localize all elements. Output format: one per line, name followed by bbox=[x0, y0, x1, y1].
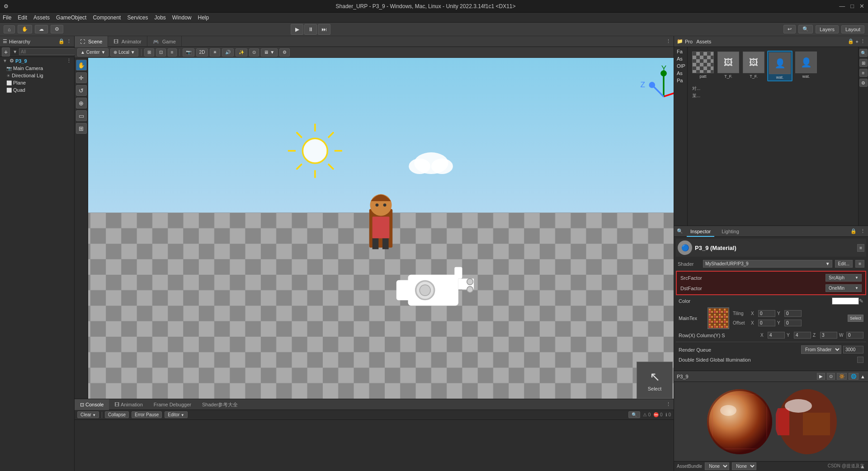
shader-extra-button[interactable]: ≡ bbox=[855, 260, 864, 268]
folder-fa[interactable]: Fa bbox=[675, 48, 686, 55]
hierarchy-item-maincamera[interactable]: 📷 Main Camera bbox=[0, 65, 74, 72]
console-menu[interactable]: ⋮ bbox=[663, 401, 674, 407]
folder-oip[interactable]: OIP bbox=[675, 62, 686, 70]
maximize-button[interactable]: □ bbox=[850, 3, 854, 9]
layers-button[interactable]: Layers bbox=[816, 25, 839, 33]
step-button[interactable]: ⏭ bbox=[318, 24, 330, 35]
view-menu[interactable]: ⋮ bbox=[663, 38, 674, 44]
shader-dropdown[interactable]: MyShader/URP/P3_9 ▼ bbox=[703, 260, 832, 268]
color-picker-button[interactable]: ✎ bbox=[859, 298, 863, 304]
tab-inspector[interactable]: Inspector bbox=[687, 226, 714, 237]
edit-shader-button[interactable]: Edit... bbox=[835, 260, 853, 268]
editor-button[interactable]: Editor bbox=[165, 411, 187, 418]
gizmos-button[interactable]: ⊙ bbox=[249, 48, 259, 57]
menu-assets[interactable]: Assets bbox=[33, 14, 50, 21]
rotate-tool-button[interactable]: ↺ bbox=[76, 85, 87, 96]
dst-factor-dropdown[interactable]: OneMin bbox=[826, 284, 862, 292]
hierarchy-item-root[interactable]: ▼ ⚙ P3_9 ⋮ bbox=[0, 57, 74, 65]
preview-sphere-button[interactable]: 🌐 bbox=[849, 373, 859, 380]
combined-tool-button[interactable]: ⊞ bbox=[76, 123, 87, 134]
grid-strip-icon[interactable]: ⊞ bbox=[859, 59, 868, 67]
asset-item-wat1[interactable]: 👤 wat. bbox=[767, 51, 793, 81]
asset-item-wat2[interactable]: 👤 wat. bbox=[794, 51, 818, 81]
collapse-button[interactable]: Collapse bbox=[105, 411, 129, 418]
tab-frame-debugger[interactable]: Frame Debugger bbox=[148, 399, 197, 410]
pause-button[interactable]: ⏸ bbox=[304, 24, 317, 35]
hierarchy-lock[interactable]: 🔒 bbox=[58, 38, 65, 44]
snap-button[interactable]: ⊡ bbox=[156, 48, 166, 57]
folder-对[interactable]: 对... bbox=[691, 85, 854, 92]
asset-item-tf2[interactable]: 🖼 T_F. bbox=[742, 51, 765, 81]
menu-component[interactable]: Component bbox=[93, 14, 121, 21]
search-strip-icon[interactable]: 🔍 bbox=[859, 49, 868, 57]
assetbundle-dropdown1[interactable]: None bbox=[705, 462, 729, 470]
audio-button[interactable]: 🔊 bbox=[222, 48, 234, 57]
home-button[interactable]: ⌂ bbox=[4, 25, 15, 33]
folder-assets[interactable]: As bbox=[675, 55, 686, 62]
settings-strip-icon[interactable]: ⚙ bbox=[859, 79, 868, 87]
tiling-x-field[interactable] bbox=[758, 310, 775, 317]
folder-as2[interactable]: As bbox=[675, 70, 686, 77]
tab-scene[interactable]: ⛶ Scene bbox=[75, 36, 108, 47]
asset-item-tf1[interactable]: 🖼 T_F. bbox=[717, 51, 740, 81]
src-factor-dropdown[interactable]: SrcAlph bbox=[826, 274, 862, 282]
tab-console[interactable]: ⊡ Console bbox=[75, 399, 109, 410]
scene-view[interactable]: X Y Z Persp ↖ Select bbox=[88, 58, 674, 399]
hierarchy-menu[interactable]: ⋮ bbox=[66, 38, 71, 44]
close-button[interactable]: ✕ bbox=[859, 3, 864, 9]
asset-item-patt[interactable]: patt bbox=[691, 51, 715, 81]
menu-window[interactable]: Window bbox=[172, 14, 192, 21]
render-queue-dropdown[interactable]: From Shader bbox=[801, 345, 841, 354]
dsgi-toggle[interactable] bbox=[857, 357, 863, 363]
menu-help[interactable]: Help bbox=[198, 14, 209, 21]
settings-button[interactable]: ⚙ bbox=[51, 25, 63, 33]
preview-arrow[interactable]: ▲ bbox=[860, 374, 865, 379]
menu-gameobject[interactable]: GameObject bbox=[56, 14, 86, 21]
row-z-field[interactable] bbox=[820, 332, 837, 339]
move-tool-button[interactable]: ✛ bbox=[76, 72, 87, 83]
hand-button[interactable]: ✋ bbox=[18, 25, 32, 33]
search-console-button[interactable]: 🔍 bbox=[628, 411, 640, 418]
menu-edit[interactable]: Edit bbox=[18, 14, 27, 21]
inspector-menu[interactable]: ⋮ bbox=[860, 228, 865, 234]
tab-animation[interactable]: 🎞 Animation bbox=[109, 399, 148, 410]
hierarchy-item-plane[interactable]: ⬜ Plane bbox=[0, 79, 74, 86]
color-swatch[interactable] bbox=[832, 297, 859, 305]
tab-game[interactable]: 🎮 Game bbox=[147, 36, 182, 47]
row-w-field[interactable] bbox=[846, 332, 863, 339]
tab-animator[interactable]: 🎞 Animator bbox=[108, 36, 147, 47]
layout-button[interactable]: Layout bbox=[841, 25, 864, 33]
project-menu[interactable]: ⋮ bbox=[860, 38, 865, 44]
project-add[interactable]: + bbox=[856, 39, 859, 44]
tiling-y-field[interactable] bbox=[784, 310, 802, 317]
camera-button[interactable]: 📷 bbox=[183, 48, 194, 57]
folder-某[interactable]: 某... bbox=[691, 92, 854, 99]
project-lock[interactable]: 🔒 bbox=[848, 38, 854, 44]
minimize-button[interactable]: — bbox=[839, 3, 845, 9]
hierarchy-item-directionallight[interactable]: ☀ Directional Lig bbox=[0, 72, 74, 79]
scale-tool-button[interactable]: ⊕ bbox=[76, 98, 87, 108]
select-texture-button[interactable]: Select bbox=[848, 315, 863, 322]
material-options-button[interactable]: ≡ bbox=[857, 244, 864, 252]
error-pause-button[interactable]: Error Pause bbox=[132, 411, 162, 418]
maintex-thumbnail[interactable] bbox=[708, 307, 729, 329]
menu-file[interactable]: File bbox=[3, 14, 11, 21]
menu-services[interactable]: Services bbox=[127, 14, 148, 21]
2d-button[interactable]: 2D bbox=[196, 48, 208, 57]
search-button[interactable]: 🔍 bbox=[798, 25, 813, 33]
rect-tool-button[interactable]: ▭ bbox=[76, 110, 87, 121]
hierarchy-search-input[interactable] bbox=[19, 48, 80, 55]
collab-button[interactable]: ↩ bbox=[783, 25, 796, 33]
scene-settings-button[interactable]: ⚙ bbox=[279, 48, 290, 57]
folder-pa[interactable]: Pa bbox=[675, 77, 686, 84]
play-button[interactable]: ▶ bbox=[291, 24, 303, 35]
light-toggle-button[interactable]: ☀ bbox=[210, 48, 220, 57]
center-dropdown-button[interactable]: ▲ Center ▼ bbox=[77, 48, 108, 57]
preview-expand-button[interactable]: 🔆 bbox=[837, 373, 847, 380]
row-x-field[interactable] bbox=[768, 332, 785, 339]
list-strip-icon[interactable]: ≡ bbox=[859, 69, 868, 77]
grid-button[interactable]: ⊞ bbox=[144, 48, 154, 57]
offset-y-field[interactable] bbox=[784, 320, 802, 326]
cloud-button[interactable]: ☁ bbox=[35, 25, 48, 33]
preview-mode-button[interactable]: ⊙ bbox=[827, 373, 835, 380]
